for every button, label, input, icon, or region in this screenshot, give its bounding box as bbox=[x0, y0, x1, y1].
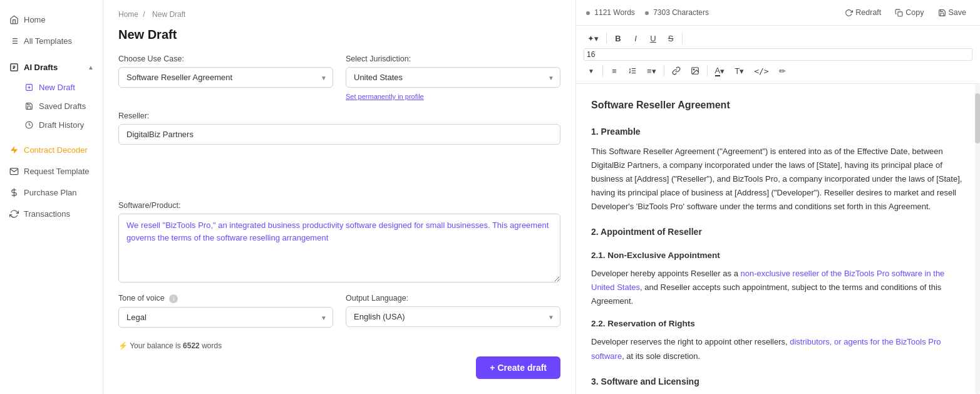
section-1-body: This Software Reseller Agreement ("Agree… bbox=[591, 145, 965, 214]
toolbar-font-color-btn[interactable]: A▾ bbox=[711, 63, 729, 78]
sidebar-item-purchase-plan[interactable]: Purchase Plan bbox=[0, 182, 103, 203]
sidebar-item-all-templates[interactable]: All Templates bbox=[0, 30, 103, 51]
document-title: Software Reseller Agreement bbox=[591, 96, 965, 113]
toolbar-magic-btn[interactable]: ✦▾ bbox=[584, 31, 602, 46]
toolbar-bold-btn[interactable]: B bbox=[611, 31, 626, 46]
section-2-2-body: Developer reserves the right to appoint … bbox=[591, 335, 965, 363]
svg-marker-11 bbox=[10, 146, 17, 154]
sidebar-item-contract-decoder[interactable]: Contract Decoder bbox=[0, 139, 103, 160]
link-distributors: distributors, or agents for the BizTools… bbox=[591, 337, 941, 360]
create-draft-button[interactable]: + Create draft bbox=[476, 356, 560, 379]
link-non-exclusive: non-exclusive reseller of the BizTools P… bbox=[591, 269, 944, 292]
draft-history-icon bbox=[24, 120, 34, 130]
tone-select[interactable]: Legal bbox=[118, 307, 333, 328]
form-area: Home / New Draft New Draft Choose Use Ca… bbox=[103, 0, 576, 394]
words-dot bbox=[586, 11, 590, 15]
sidebar-item-contract-decoder-label: Contract Decoder bbox=[24, 145, 88, 155]
contract-decoder-icon bbox=[9, 145, 19, 155]
toolbar-unordered-list-btn[interactable]: ≡ bbox=[607, 63, 622, 78]
tone-select-wrapper: Legal ▼ bbox=[118, 307, 333, 328]
section-2-heading: 2. Appointment of Reseller bbox=[591, 225, 965, 240]
scrollbar-thumb[interactable] bbox=[975, 93, 980, 143]
reseller-label: Reseller: bbox=[118, 111, 560, 120]
toolbar-text-style-btn[interactable]: T▾ bbox=[731, 63, 748, 78]
sidebar-item-draft-history-label: Draft History bbox=[39, 120, 84, 130]
breadcrumb-separator: / bbox=[143, 10, 145, 19]
output-lang-group: Output Language: English (USA) ▼ bbox=[346, 294, 560, 328]
sidebar-item-ai-drafts-label: AI Drafts bbox=[24, 63, 58, 72]
breadcrumb: Home / New Draft bbox=[118, 10, 560, 19]
sidebar-item-new-draft[interactable]: New Draft bbox=[19, 78, 103, 96]
tone-group: Tone of voice i Legal ▼ bbox=[118, 294, 333, 328]
toolbar-strikethrough-btn[interactable]: S bbox=[663, 31, 678, 46]
sidebar-item-home[interactable]: Home bbox=[0, 9, 103, 30]
copy-button[interactable]: Copy bbox=[891, 6, 927, 19]
sidebar-item-purchase-plan-label: Purchase Plan bbox=[24, 188, 77, 197]
saved-drafts-icon bbox=[24, 101, 34, 111]
link-icon bbox=[672, 66, 681, 75]
home-icon bbox=[9, 14, 19, 24]
section-1-heading: 1. Preamble bbox=[591, 125, 965, 140]
jurisdiction-profile-link[interactable]: Set permanently in profile bbox=[346, 93, 424, 100]
editor-stats-bar: 1121 Words 7303 Characters Redraft Copy bbox=[576, 0, 980, 26]
jurisdiction-select[interactable]: United States bbox=[346, 67, 560, 88]
product-textarea[interactable]: We resell "BizTools Pro," an integrated … bbox=[118, 214, 560, 283]
toolbar-underline-btn[interactable]: U bbox=[646, 31, 661, 46]
image-icon bbox=[691, 66, 699, 75]
toolbar-font-size-chevron[interactable]: ▼ bbox=[584, 63, 599, 78]
content-panel: Home / New Draft New Draft Choose Use Ca… bbox=[103, 0, 980, 394]
output-lang-label: Output Language: bbox=[346, 294, 560, 303]
templates-icon bbox=[9, 36, 19, 46]
sidebar-item-new-draft-label: New Draft bbox=[39, 83, 75, 92]
toolbar-image-btn[interactable] bbox=[687, 63, 703, 78]
use-case-select-wrapper: Software Reseller Agreement ▼ bbox=[118, 67, 333, 88]
balance-note: ⚡ Your balance is 6522 words bbox=[118, 341, 560, 350]
tone-info-icon[interactable]: i bbox=[169, 294, 178, 303]
jurisdiction-label: Select Jurisdiction: bbox=[346, 54, 560, 63]
page-title: New Draft bbox=[118, 28, 560, 42]
sidebar-item-request-template-label: Request Template bbox=[24, 167, 90, 176]
sidebar-item-ai-drafts[interactable]: AI Drafts ▲ bbox=[0, 56, 103, 78]
reseller-input[interactable] bbox=[118, 124, 560, 145]
toolbar-font-size-select[interactable]: 16 bbox=[584, 48, 972, 61]
sidebar-item-saved-drafts-label: Saved Drafts bbox=[39, 101, 86, 111]
editor-actions: Redraft Copy Save bbox=[841, 6, 970, 19]
toolbar-sep-1 bbox=[606, 33, 607, 44]
editor-toolbar: ✦▾ B I U S 16 ▼ ≡ ≡▾ bbox=[576, 26, 980, 84]
words-stat: 1121 Words bbox=[586, 8, 635, 17]
tone-language-row: Tone of voice i Legal ▼ Output Language: bbox=[118, 294, 560, 328]
breadcrumb-home[interactable]: Home bbox=[118, 10, 138, 19]
use-case-jurisdiction-row: Choose Use Case: Software Reseller Agree… bbox=[118, 54, 560, 100]
reseller-group: Reseller: bbox=[118, 111, 560, 190]
use-case-select[interactable]: Software Reseller Agreement bbox=[118, 67, 333, 88]
toolbar-link-btn[interactable] bbox=[668, 63, 684, 78]
save-button[interactable]: Save bbox=[934, 6, 971, 19]
sidebar-item-transactions-label: Transactions bbox=[24, 209, 70, 219]
use-case-label: Choose Use Case: bbox=[118, 54, 333, 63]
jurisdiction-group: Select Jurisdiction: United States ▼ Set… bbox=[346, 54, 560, 100]
toolbar-ordered-list-btn[interactable] bbox=[624, 63, 641, 78]
sidebar-item-transactions[interactable]: Transactions bbox=[0, 203, 103, 224]
output-lang-select[interactable]: English (USA) bbox=[346, 306, 560, 327]
toolbar-eraser-btn[interactable]: ✏ bbox=[775, 63, 790, 78]
sidebar-item-all-templates-label: All Templates bbox=[24, 36, 72, 46]
section-3-heading: 3. Software and Licensing bbox=[591, 375, 965, 390]
toolbar-sep-2 bbox=[682, 33, 683, 44]
svg-rect-13 bbox=[898, 11, 902, 16]
chars-stat: 7303 Characters bbox=[645, 8, 709, 17]
ordered-list-icon bbox=[628, 66, 637, 75]
sidebar-item-saved-drafts[interactable]: Saved Drafts bbox=[19, 96, 103, 115]
toolbar-align-btn[interactable]: ≡▾ bbox=[643, 63, 660, 78]
sidebar-item-request-template[interactable]: Request Template bbox=[0, 160, 103, 182]
new-draft-icon bbox=[24, 82, 34, 92]
toolbar-sep-3 bbox=[602, 65, 603, 76]
toolbar-code-btn[interactable]: </> bbox=[750, 63, 772, 78]
sidebar-item-draft-history[interactable]: Draft History bbox=[19, 115, 103, 134]
ai-drafts-chevron: ▲ bbox=[88, 64, 94, 71]
jurisdiction-select-wrapper: United States ▼ bbox=[346, 67, 560, 88]
use-case-group: Choose Use Case: Software Reseller Agree… bbox=[118, 54, 333, 100]
section-2-2-heading: 2.2. Reservation of Rights bbox=[591, 317, 965, 331]
redraft-button[interactable]: Redraft bbox=[841, 6, 885, 19]
tone-label: Tone of voice i bbox=[118, 294, 333, 303]
toolbar-italic-btn[interactable]: I bbox=[628, 31, 643, 46]
